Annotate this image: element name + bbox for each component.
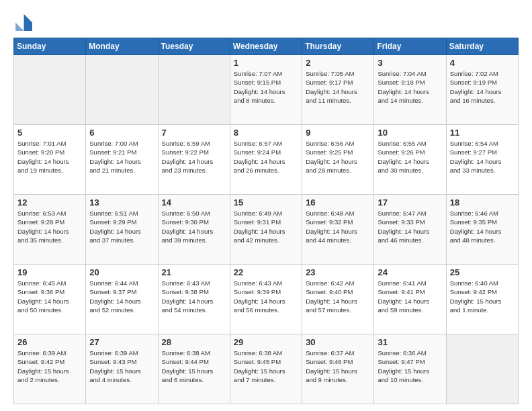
day-number: 1 — [234, 58, 298, 68]
calendar-cell — [158, 55, 230, 125]
calendar-cell: 8Sunrise: 6:57 AM Sunset: 9:24 PM Daylig… — [230, 125, 302, 195]
weekday-header: Wednesday — [230, 38, 302, 55]
day-info: Sunrise: 6:40 AM Sunset: 9:42 PM Dayligh… — [450, 279, 515, 314]
day-number: 31 — [378, 337, 442, 347]
page: SundayMondayTuesdayWednesdayThursdayFrid… — [0, 0, 532, 411]
header — [13, 12, 519, 31]
calendar-week-row: 1Sunrise: 7:07 AM Sunset: 9:15 PM Daylig… — [14, 55, 519, 125]
day-info: Sunrise: 6:43 AM Sunset: 9:39 PM Dayligh… — [234, 279, 298, 314]
day-info: Sunrise: 7:00 AM Sunset: 9:21 PM Dayligh… — [89, 139, 154, 175]
calendar-cell: 23Sunrise: 6:42 AM Sunset: 9:40 PM Dayli… — [302, 265, 374, 334]
day-info: Sunrise: 7:05 AM Sunset: 9:17 PM Dayligh… — [306, 69, 370, 105]
svg-marker-0 — [24, 14, 32, 31]
day-info: Sunrise: 6:43 AM Sunset: 9:38 PM Dayligh… — [162, 279, 226, 314]
calendar-cell: 30Sunrise: 6:37 AM Sunset: 9:46 PM Dayli… — [302, 334, 374, 404]
calendar-cell: 27Sunrise: 6:39 AM Sunset: 9:43 PM Dayli… — [86, 334, 158, 404]
calendar-cell: 18Sunrise: 6:46 AM Sunset: 9:35 PM Dayli… — [446, 195, 518, 265]
calendar-cell: 4Sunrise: 7:02 AM Sunset: 9:19 PM Daylig… — [446, 55, 518, 125]
calendar-cell: 13Sunrise: 6:51 AM Sunset: 9:29 PM Dayli… — [86, 195, 158, 265]
day-number: 18 — [450, 197, 515, 208]
day-number: 8 — [234, 128, 298, 138]
calendar-week-row: 12Sunrise: 6:53 AM Sunset: 9:28 PM Dayli… — [14, 195, 519, 265]
day-number: 21 — [162, 267, 226, 277]
day-info: Sunrise: 6:37 AM Sunset: 9:46 PM Dayligh… — [306, 349, 370, 384]
day-number: 14 — [162, 197, 226, 208]
calendar-cell: 7Sunrise: 6:59 AM Sunset: 9:22 PM Daylig… — [158, 125, 230, 195]
day-info: Sunrise: 6:50 AM Sunset: 9:30 PM Dayligh… — [162, 209, 226, 244]
day-number: 23 — [306, 267, 370, 277]
logo — [13, 12, 35, 31]
calendar-cell: 1Sunrise: 7:07 AM Sunset: 9:15 PM Daylig… — [230, 55, 302, 125]
day-number: 7 — [162, 128, 226, 138]
calendar-cell: 5Sunrise: 7:01 AM Sunset: 9:20 PM Daylig… — [14, 125, 86, 195]
day-info: Sunrise: 6:47 AM Sunset: 9:33 PM Dayligh… — [378, 209, 442, 244]
weekday-header: Tuesday — [158, 38, 230, 55]
day-number: 13 — [89, 197, 154, 208]
calendar-cell: 28Sunrise: 6:38 AM Sunset: 9:44 PM Dayli… — [158, 334, 230, 404]
day-info: Sunrise: 6:54 AM Sunset: 9:27 PM Dayligh… — [450, 139, 515, 175]
day-number: 29 — [234, 337, 298, 347]
day-info: Sunrise: 6:48 AM Sunset: 9:32 PM Dayligh… — [306, 209, 370, 244]
day-number: 24 — [378, 267, 442, 277]
calendar-table: SundayMondayTuesdayWednesdayThursdayFrid… — [13, 38, 519, 404]
day-info: Sunrise: 6:49 AM Sunset: 9:31 PM Dayligh… — [234, 209, 298, 244]
day-number: 10 — [378, 128, 442, 138]
day-info: Sunrise: 6:59 AM Sunset: 9:22 PM Dayligh… — [162, 139, 226, 175]
day-number: 11 — [450, 128, 515, 138]
calendar-cell: 11Sunrise: 6:54 AM Sunset: 9:27 PM Dayli… — [446, 125, 518, 195]
calendar-cell: 10Sunrise: 6:55 AM Sunset: 9:26 PM Dayli… — [374, 125, 446, 195]
day-number: 9 — [306, 128, 370, 138]
calendar-cell: 12Sunrise: 6:53 AM Sunset: 9:28 PM Dayli… — [14, 195, 86, 265]
day-number: 28 — [162, 337, 226, 347]
day-info: Sunrise: 7:01 AM Sunset: 9:20 PM Dayligh… — [17, 139, 82, 175]
weekday-header: Sunday — [14, 38, 86, 55]
calendar-cell — [86, 55, 158, 125]
day-info: Sunrise: 6:38 AM Sunset: 9:45 PM Dayligh… — [234, 349, 298, 384]
day-number: 22 — [234, 267, 298, 277]
day-number: 2 — [306, 58, 370, 68]
calendar-cell: 9Sunrise: 6:56 AM Sunset: 9:25 PM Daylig… — [302, 125, 374, 195]
logo-icon — [13, 12, 32, 31]
day-info: Sunrise: 7:04 AM Sunset: 9:18 PM Dayligh… — [378, 69, 442, 105]
day-info: Sunrise: 6:45 AM Sunset: 9:36 PM Dayligh… — [17, 279, 82, 314]
weekday-header: Saturday — [446, 38, 518, 55]
calendar-cell: 19Sunrise: 6:45 AM Sunset: 9:36 PM Dayli… — [14, 265, 86, 334]
day-info: Sunrise: 6:57 AM Sunset: 9:24 PM Dayligh… — [234, 139, 298, 175]
calendar-cell: 3Sunrise: 7:04 AM Sunset: 9:18 PM Daylig… — [374, 55, 446, 125]
day-number: 5 — [17, 128, 82, 138]
svg-marker-1 — [15, 23, 24, 31]
day-info: Sunrise: 6:39 AM Sunset: 9:42 PM Dayligh… — [17, 349, 82, 384]
calendar-cell: 22Sunrise: 6:43 AM Sunset: 9:39 PM Dayli… — [230, 265, 302, 334]
calendar-cell: 21Sunrise: 6:43 AM Sunset: 9:38 PM Dayli… — [158, 265, 230, 334]
calendar-week-row: 5Sunrise: 7:01 AM Sunset: 9:20 PM Daylig… — [14, 125, 519, 195]
day-info: Sunrise: 6:38 AM Sunset: 9:44 PM Dayligh… — [162, 349, 226, 384]
weekday-header: Monday — [86, 38, 158, 55]
weekday-header: Thursday — [302, 38, 374, 55]
day-number: 27 — [89, 337, 154, 347]
weekday-header-row: SundayMondayTuesdayWednesdayThursdayFrid… — [14, 38, 519, 55]
calendar-cell: 14Sunrise: 6:50 AM Sunset: 9:30 PM Dayli… — [158, 195, 230, 265]
day-number: 26 — [17, 337, 82, 347]
day-number: 6 — [89, 128, 154, 138]
calendar-cell: 15Sunrise: 6:49 AM Sunset: 9:31 PM Dayli… — [230, 195, 302, 265]
day-info: Sunrise: 6:44 AM Sunset: 9:37 PM Dayligh… — [89, 279, 154, 314]
day-number: 17 — [378, 197, 442, 208]
day-info: Sunrise: 6:39 AM Sunset: 9:43 PM Dayligh… — [89, 349, 154, 384]
day-number: 15 — [234, 197, 298, 208]
day-info: Sunrise: 6:42 AM Sunset: 9:40 PM Dayligh… — [306, 279, 370, 314]
day-info: Sunrise: 6:46 AM Sunset: 9:35 PM Dayligh… — [450, 209, 515, 244]
calendar-cell: 17Sunrise: 6:47 AM Sunset: 9:33 PM Dayli… — [374, 195, 446, 265]
day-number: 4 — [450, 58, 515, 68]
day-number: 16 — [306, 197, 370, 208]
calendar-cell: 31Sunrise: 6:36 AM Sunset: 9:47 PM Dayli… — [374, 334, 446, 404]
day-info: Sunrise: 6:51 AM Sunset: 9:29 PM Dayligh… — [89, 209, 154, 244]
day-number: 12 — [17, 197, 82, 208]
day-info: Sunrise: 6:36 AM Sunset: 9:47 PM Dayligh… — [378, 349, 442, 384]
calendar-week-row: 26Sunrise: 6:39 AM Sunset: 9:42 PM Dayli… — [14, 334, 519, 404]
day-info: Sunrise: 7:07 AM Sunset: 9:15 PM Dayligh… — [234, 69, 298, 105]
calendar-cell: 2Sunrise: 7:05 AM Sunset: 9:17 PM Daylig… — [302, 55, 374, 125]
day-number: 3 — [378, 58, 442, 68]
day-number: 25 — [450, 267, 515, 277]
day-info: Sunrise: 6:56 AM Sunset: 9:25 PM Dayligh… — [306, 139, 370, 175]
calendar-cell — [14, 55, 86, 125]
